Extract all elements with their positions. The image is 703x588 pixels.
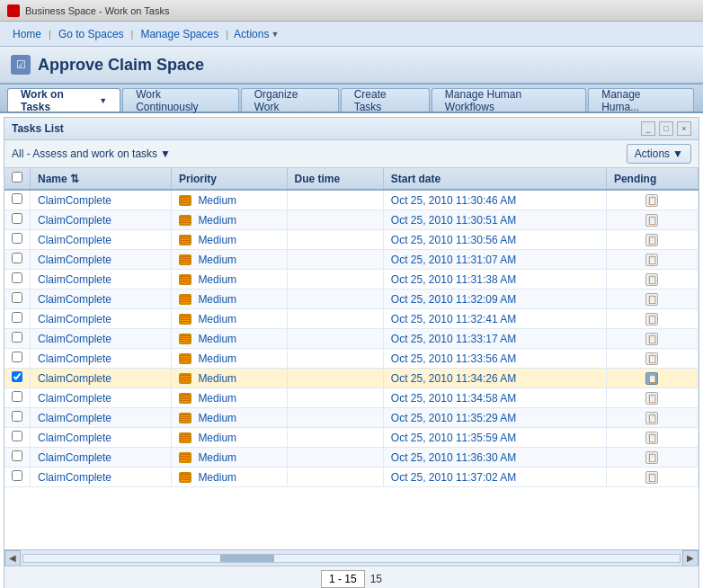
task-name[interactable]: ClaimComplete [31, 290, 172, 309]
restore-btn[interactable]: □ [659, 121, 673, 136]
priority-icon [179, 195, 191, 206]
task-name[interactable]: ClaimComplete [31, 388, 172, 408]
page-header: ☑ Approve Claim Space [0, 47, 703, 85]
priority-icon [179, 413, 191, 423]
task-name[interactable]: ClaimComplete [31, 250, 172, 270]
nav-home[interactable]: Home [7, 28, 47, 40]
row-checkbox-cell[interactable] [4, 448, 31, 468]
scroll-right-btn[interactable]: ▶ [682, 550, 699, 566]
table-row: ClaimComplete Medium Oct 25, 2010 11:30:… [4, 210, 699, 230]
row-checkbox-cell[interactable] [4, 388, 31, 408]
tab-work-on-tasks[interactable]: Work on Tasks ▼ [7, 88, 120, 111]
row-checkbox[interactable] [12, 391, 22, 402]
row-checkbox-cell[interactable] [4, 210, 31, 230]
row-checkbox-cell[interactable] [4, 408, 31, 428]
tab-manage-huma[interactable]: Manage Huma... [588, 88, 694, 111]
row-checkbox[interactable] [12, 193, 22, 204]
task-name[interactable]: ClaimComplete [31, 190, 172, 210]
nav-go-to-spaces[interactable]: Go to Spaces [53, 28, 129, 40]
task-priority: Medium [172, 190, 287, 210]
tab-create-tasks[interactable]: Create Tasks [341, 88, 430, 111]
row-checkbox[interactable] [12, 411, 22, 422]
filter-label[interactable]: All - Assess and work on tasks ▼ [12, 147, 171, 160]
priority-icon [179, 215, 191, 226]
nav-manage-spaces[interactable]: Manage Spaces [135, 28, 224, 40]
task-name[interactable]: ClaimComplete [31, 408, 172, 428]
close-panel-btn[interactable]: × [677, 121, 691, 136]
row-checkbox-cell[interactable] [4, 230, 31, 250]
app-icon [7, 4, 20, 17]
scroll-left-btn[interactable]: ◀ [4, 550, 21, 566]
col-checkbox[interactable] [4, 168, 31, 190]
task-start-date: Oct 25, 2010 11:31:07 AM [383, 250, 606, 270]
pending-icon: 📋 [645, 254, 658, 266]
task-due-time [287, 190, 383, 210]
row-checkbox-cell[interactable] [4, 329, 31, 349]
task-start-date: Oct 25, 2010 11:30:46 AM [383, 190, 606, 210]
row-checkbox-cell[interactable] [4, 190, 31, 210]
tab-manage-human-workflows[interactable]: Manage Human Workflows [432, 88, 586, 111]
row-checkbox[interactable] [12, 371, 22, 382]
row-checkbox-cell[interactable] [4, 468, 31, 487]
row-checkbox[interactable] [12, 332, 22, 343]
tab-work-continuously[interactable]: Work Continuously [122, 88, 238, 111]
row-checkbox[interactable] [12, 253, 22, 263]
tab-organize-work[interactable]: Organize Work [241, 88, 339, 111]
task-due-time [287, 290, 383, 309]
table-row: ClaimComplete Medium Oct 25, 2010 11:32:… [4, 290, 699, 309]
task-pending: 📋 [606, 448, 698, 468]
row-checkbox[interactable] [12, 233, 22, 244]
row-checkbox-cell[interactable] [4, 369, 31, 388]
row-checkbox-cell[interactable] [4, 309, 31, 329]
row-checkbox[interactable] [12, 312, 22, 323]
table-row: ClaimComplete Medium Oct 25, 2010 11:32:… [4, 309, 699, 329]
task-name[interactable]: ClaimComplete [31, 210, 172, 230]
row-checkbox[interactable] [12, 470, 22, 481]
tasks-list-header: Tasks List _ □ × [4, 118, 699, 140]
task-start-date: Oct 25, 2010 11:33:17 AM [383, 329, 606, 349]
col-name[interactable]: Name ⇅ [31, 168, 172, 190]
task-name[interactable]: ClaimComplete [31, 448, 172, 468]
horizontal-scrollbar[interactable]: ◀ ▶ [4, 549, 699, 566]
task-name[interactable]: ClaimComplete [31, 329, 172, 349]
actions-button[interactable]: Actions ▼ [627, 144, 691, 164]
row-checkbox-cell[interactable] [4, 428, 31, 448]
task-priority: Medium [172, 270, 287, 290]
row-checkbox[interactable] [12, 213, 22, 224]
col-priority[interactable]: Priority [172, 168, 287, 190]
task-name[interactable]: ClaimComplete [31, 468, 172, 487]
row-checkbox-cell[interactable] [4, 250, 31, 270]
table-row: ClaimComplete Medium Oct 25, 2010 11:30:… [4, 190, 699, 210]
pending-icon: 📋 [645, 234, 658, 246]
row-checkbox[interactable] [12, 352, 22, 362]
table-container[interactable]: Name ⇅ Priority Due time Start date Pend… [4, 168, 699, 549]
row-checkbox-cell[interactable] [4, 349, 31, 369]
minimize-btn[interactable]: _ [641, 121, 655, 136]
task-name[interactable]: ClaimComplete [31, 230, 172, 250]
table-row: ClaimComplete Medium Oct 25, 2010 11:35:… [4, 428, 699, 448]
task-start-date: Oct 25, 2010 11:34:26 AM [383, 369, 606, 388]
nav-actions-button[interactable]: Actions ▼ [230, 28, 282, 40]
task-due-time [287, 369, 383, 388]
tasks-list-title: Tasks List [12, 122, 64, 135]
task-name[interactable]: ClaimComplete [31, 349, 172, 369]
col-due-time[interactable]: Due time [287, 168, 383, 190]
row-checkbox[interactable] [12, 431, 22, 441]
scroll-thumb[interactable] [220, 555, 274, 562]
task-name[interactable]: ClaimComplete [31, 428, 172, 448]
task-name[interactable]: ClaimComplete [31, 369, 172, 388]
priority-icon [179, 393, 191, 404]
row-checkbox-cell[interactable] [4, 290, 31, 309]
pagination-bar: 1 - 15 15 [4, 566, 699, 588]
col-start-date[interactable]: Start date [383, 168, 606, 190]
select-all-checkbox[interactable] [12, 172, 22, 183]
row-checkbox[interactable] [12, 272, 22, 283]
pending-icon: 📋 [645, 392, 658, 405]
row-checkbox[interactable] [12, 292, 22, 303]
row-checkbox[interactable] [12, 450, 22, 461]
col-pending[interactable]: Pending [606, 168, 698, 190]
row-checkbox-cell[interactable] [4, 270, 31, 290]
task-name[interactable]: ClaimComplete [31, 270, 172, 290]
task-name[interactable]: ClaimComplete [31, 309, 172, 329]
scroll-track[interactable] [22, 554, 681, 563]
